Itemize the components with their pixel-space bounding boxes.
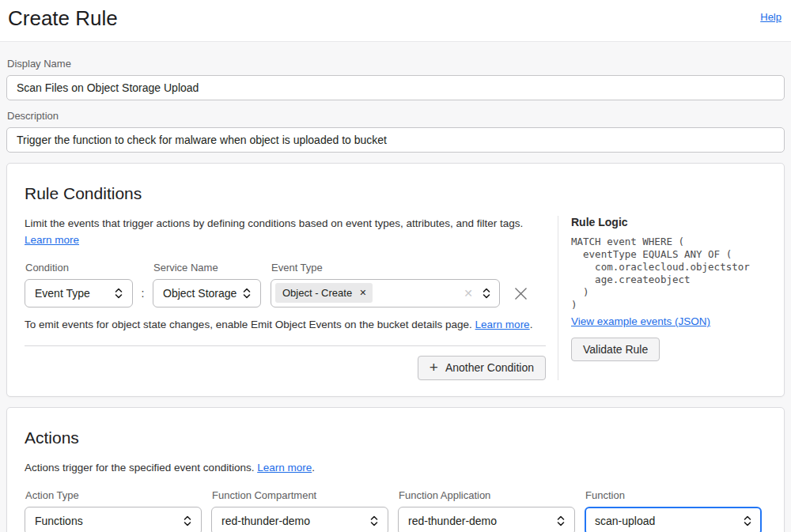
- function-group: Function scan-upload: [585, 489, 762, 532]
- description-input[interactable]: [6, 127, 785, 153]
- condition-group: Condition Event Type: [25, 262, 133, 308]
- page-title: Create Rule: [8, 6, 118, 31]
- actions-learn-more-link[interactable]: Learn more: [257, 462, 312, 474]
- rule-conditions-body: Limit the events that trigger actions by…: [25, 203, 766, 380]
- action-type-label: Action Type: [25, 489, 202, 501]
- action-row: Action Type Functions Function Compartme…: [25, 489, 766, 532]
- emit-events-note-period: .: [530, 319, 533, 330]
- event-type-chip-label: Object - Create: [282, 287, 352, 299]
- chevron-up-down-icon: [184, 515, 191, 527]
- chevron-up-down-icon: [370, 515, 378, 527]
- validate-rule-button[interactable]: Validate Rule: [571, 338, 660, 361]
- service-name-select-value: Object Storage: [163, 287, 243, 300]
- service-name-group: Service Name Object Storage: [153, 262, 261, 308]
- service-name-select[interactable]: Object Storage: [153, 279, 261, 308]
- rule-conditions-title: Rule Conditions: [25, 184, 766, 203]
- function-application-select-value: red-thunder-demo: [408, 515, 557, 527]
- another-condition-button[interactable]: + Another Condition: [418, 356, 546, 380]
- function-application-select[interactable]: red-thunder-demo: [398, 507, 575, 532]
- another-condition-button-label: Another Condition: [445, 361, 534, 374]
- rule-conditions-intro: Limit the events that trigger actions by…: [25, 216, 546, 249]
- condition-row: Condition Event Type : Service Name Obje…: [25, 262, 546, 308]
- rule-logic-panel: Rule Logic MATCH event WHERE ( eventType…: [558, 216, 766, 380]
- condition-separator: :: [133, 279, 153, 308]
- condition-select-value: Event Type: [35, 287, 115, 300]
- validate-rule-button-label: Validate Rule: [583, 343, 648, 356]
- event-type-label: Event Type: [271, 262, 500, 274]
- rule-conditions-card: Rule Conditions Limit the events that tr…: [6, 163, 785, 397]
- action-type-select[interactable]: Functions: [25, 507, 202, 532]
- chevron-up-down-icon: [115, 287, 123, 300]
- rule-conditions-left: Limit the events that trigger actions by…: [25, 203, 546, 380]
- chevron-up-down-icon: [557, 515, 565, 527]
- description-label: Description: [7, 110, 785, 122]
- event-type-chip: Object - Create ✕: [275, 283, 373, 303]
- rule-logic-title: Rule Logic: [571, 216, 766, 228]
- chevron-up-down-icon: [483, 287, 490, 300]
- condition-select[interactable]: Event Type: [25, 279, 133, 308]
- condition-label: Condition: [25, 262, 133, 274]
- rule-conditions-learn-more-link[interactable]: Learn more: [25, 234, 79, 246]
- conditions-divider: [25, 345, 546, 346]
- function-application-group: Function Application red-thunder-demo: [398, 489, 575, 532]
- page-header: Create Rule Help: [0, 0, 791, 42]
- actions-intro-period: .: [312, 462, 315, 474]
- view-example-events-link[interactable]: View example events (JSON): [571, 315, 710, 327]
- page-content: Display Name Description Rule Conditions…: [0, 58, 791, 532]
- emit-events-note: To emit events for object state changes,…: [25, 317, 535, 334]
- description-field-group: Description: [6, 110, 785, 153]
- function-select[interactable]: scan-upload: [585, 507, 762, 532]
- actions-title: Actions: [25, 428, 766, 447]
- service-name-label: Service Name: [153, 262, 261, 274]
- clear-selection-icon[interactable]: ✕: [464, 287, 473, 300]
- function-compartment-label: Function Compartment: [212, 489, 388, 501]
- display-name-label: Display Name: [7, 58, 785, 70]
- event-type-group: Event Type Object - Create ✕ ✕: [271, 262, 500, 308]
- function-label: Function: [585, 489, 762, 501]
- help-link[interactable]: Help: [760, 11, 782, 23]
- remove-condition-icon[interactable]: [513, 286, 528, 301]
- function-compartment-group: Function Compartment red-thunder-demo: [211, 489, 388, 532]
- actions-intro: Actions trigger for the specified event …: [25, 460, 766, 477]
- another-condition-row: + Another Condition: [25, 356, 546, 380]
- emit-events-note-text: To emit events for object state changes,…: [25, 319, 472, 330]
- function-compartment-select[interactable]: red-thunder-demo: [211, 507, 388, 532]
- actions-intro-text: Actions trigger for the specified event …: [25, 462, 254, 474]
- action-type-select-value: Functions: [35, 515, 184, 527]
- function-application-label: Function Application: [399, 489, 575, 501]
- emit-events-learn-more-link[interactable]: Learn more: [475, 319, 530, 330]
- event-type-multiselect[interactable]: Object - Create ✕ ✕: [271, 279, 500, 308]
- rule-conditions-intro-text: Limit the events that trigger actions by…: [25, 217, 523, 229]
- chevron-up-down-icon: [744, 515, 751, 527]
- rule-logic-code: MATCH event WHERE ( eventType EQUALS ANY…: [571, 236, 766, 311]
- chevron-up-down-icon: [243, 287, 251, 300]
- plus-icon: +: [430, 360, 438, 375]
- function-compartment-select-value: red-thunder-demo: [221, 515, 370, 527]
- display-name-input[interactable]: [6, 75, 785, 100]
- display-name-field-group: Display Name: [6, 58, 785, 100]
- function-select-value: scan-upload: [595, 515, 744, 527]
- actions-card: Actions Actions trigger for the specifie…: [6, 407, 785, 532]
- chip-remove-icon[interactable]: ✕: [359, 288, 366, 298]
- action-type-group: Action Type Functions: [25, 489, 202, 532]
